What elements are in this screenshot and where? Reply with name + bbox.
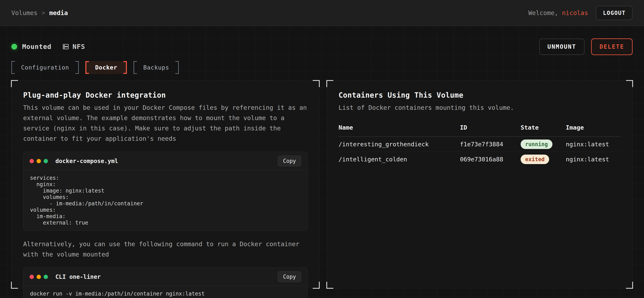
filesystem-type-label: NFS bbox=[72, 43, 85, 51]
traffic-lights-icon bbox=[30, 275, 48, 279]
cli-intro-text: Alternatively, you can use the following… bbox=[23, 239, 308, 260]
compose-code-content: services: nginx: image: nginx:latest vol… bbox=[23, 170, 307, 231]
delete-button[interactable]: DELETE bbox=[591, 38, 633, 55]
container-name: /intelligent_colden bbox=[338, 156, 460, 163]
panel-corner-bottom-left bbox=[326, 282, 333, 289]
status-row: Mounted NFS UNMOUNT DELET bbox=[11, 39, 633, 54]
panel-corner-top-left bbox=[326, 80, 333, 87]
traffic-red-dot-icon bbox=[30, 159, 34, 163]
panel-corner-top-right bbox=[313, 80, 320, 87]
container-name: /interesting_grothendieck bbox=[338, 141, 460, 148]
container-image: nginx:latest bbox=[566, 156, 621, 163]
containers-panel-subtitle: List of Docker containers mounting this … bbox=[338, 103, 621, 113]
tab-configuration[interactable]: Configuration bbox=[11, 61, 79, 74]
mounted-status-dot-icon bbox=[11, 44, 17, 49]
traffic-green-dot-icon bbox=[44, 275, 48, 279]
container-table-row: /interesting_grothendieck f1e73e7f3884 r… bbox=[338, 137, 621, 152]
traffic-amber-dot-icon bbox=[36, 275, 41, 279]
traffic-amber-dot-icon bbox=[36, 159, 41, 163]
breadcrumb: Volumes > media bbox=[11, 9, 68, 16]
unmount-button[interactable]: UNMOUNT bbox=[539, 39, 584, 55]
compose-copy-button[interactable]: Copy bbox=[278, 155, 301, 166]
tab-bracket-right-icon bbox=[75, 61, 79, 74]
docker-panel-title: Plug-and-play Docker integration bbox=[23, 91, 308, 99]
panel-area: Plug-and-play Docker integration This vo… bbox=[11, 80, 633, 288]
container-state-badge: exited bbox=[520, 154, 549, 164]
tab-configuration-label: Configuration bbox=[15, 61, 75, 74]
docker-panel-description: This volume can be used in your Docker C… bbox=[23, 103, 308, 144]
container-image: nginx:latest bbox=[566, 141, 621, 148]
mounted-status: Mounted bbox=[11, 43, 52, 51]
tab-bar: Configuration Docker Backups bbox=[11, 61, 633, 74]
tab-bracket-right-icon bbox=[124, 61, 127, 74]
container-id: f1e73e7f3884 bbox=[460, 141, 520, 148]
server-stack-icon bbox=[62, 43, 69, 50]
filesystem-type-chip: NFS bbox=[62, 43, 85, 51]
tab-docker[interactable]: Docker bbox=[85, 61, 127, 74]
docker-integration-panel: Plug-and-play Docker integration This vo… bbox=[11, 80, 319, 288]
column-header-image: Image bbox=[566, 124, 621, 131]
panel-corner-bottom-right bbox=[626, 282, 633, 289]
app-root: Volumes > media Welcome, nicolas LOGOUT … bbox=[0, 0, 644, 298]
container-table-row: /intelligent_colden 069e73016a88 exited … bbox=[338, 152, 621, 166]
containers-table: Name ID State Image /interesting_grothen… bbox=[338, 124, 621, 166]
panel-corner-bottom-left bbox=[11, 282, 18, 289]
traffic-red-dot-icon bbox=[30, 275, 34, 279]
tab-bracket-left-icon bbox=[85, 61, 89, 74]
tab-bracket-right-icon bbox=[175, 61, 179, 74]
top-bar: Volumes > media Welcome, nicolas LOGOUT bbox=[0, 0, 644, 26]
breadcrumb-current-volume: media bbox=[49, 9, 68, 16]
mounted-status-label: Mounted bbox=[22, 43, 52, 51]
panel-corner-top-right bbox=[626, 80, 633, 87]
welcome-prefix: Welcome, bbox=[528, 9, 562, 16]
cli-code-content: docker run -v im-media:/path/in/containe… bbox=[23, 286, 307, 298]
column-header-name: Name bbox=[338, 124, 460, 131]
welcome-text: Welcome, nicolas bbox=[528, 9, 588, 16]
containers-panel: Containers Using This Volume List of Doc… bbox=[327, 80, 633, 288]
tab-backups-label: Backups bbox=[137, 61, 175, 74]
compose-code-header: docker-compose.yml Copy bbox=[23, 152, 307, 170]
tab-bracket-left-icon bbox=[11, 61, 15, 74]
panel-corner-top-left bbox=[11, 80, 18, 87]
volume-action-buttons: UNMOUNT DELETE bbox=[539, 38, 633, 55]
main-content: Mounted NFS UNMOUNT DELET bbox=[0, 39, 644, 288]
cli-block-title: CLI one-liner bbox=[56, 274, 101, 280]
panel-corner-bottom-right bbox=[313, 282, 320, 289]
username: nicolas bbox=[562, 9, 588, 16]
cli-code-header: CLI one-liner Copy bbox=[23, 268, 307, 286]
container-id: 069e73016a88 bbox=[460, 156, 520, 163]
container-state-badge: running bbox=[520, 140, 552, 149]
tab-bracket-left-icon bbox=[134, 61, 137, 74]
column-header-id: ID bbox=[460, 124, 520, 131]
containers-panel-title: Containers Using This Volume bbox=[338, 91, 621, 99]
status-indicators: Mounted NFS bbox=[11, 43, 85, 51]
compose-code-block: docker-compose.yml Copy services: nginx:… bbox=[23, 152, 308, 231]
compose-filename: docker-compose.yml bbox=[56, 158, 118, 164]
cli-copy-button[interactable]: Copy bbox=[278, 271, 301, 282]
logout-button[interactable]: LOGOUT bbox=[596, 6, 633, 20]
column-header-state: State bbox=[520, 124, 566, 131]
tab-docker-label: Docker bbox=[89, 61, 124, 74]
cli-code-block: CLI one-liner Copy docker run -v im-medi… bbox=[23, 268, 308, 298]
breadcrumb-separator-icon: > bbox=[42, 9, 45, 16]
breadcrumb-volumes-link[interactable]: Volumes bbox=[11, 9, 38, 16]
tab-backups[interactable]: Backups bbox=[134, 61, 179, 74]
traffic-green-dot-icon bbox=[44, 159, 48, 163]
traffic-lights-icon bbox=[30, 159, 48, 163]
top-bar-right: Welcome, nicolas LOGOUT bbox=[528, 6, 633, 20]
containers-table-header: Name ID State Image bbox=[338, 124, 621, 137]
